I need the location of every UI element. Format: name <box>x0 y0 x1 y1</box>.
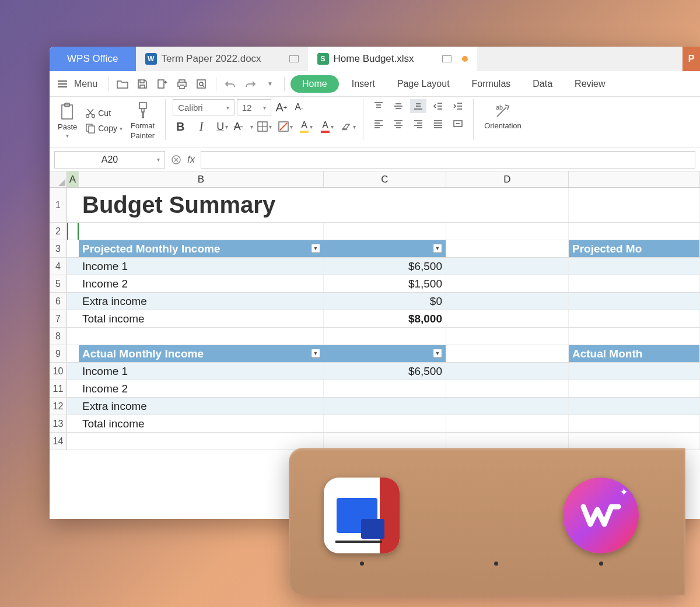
cell[interactable]: Total income <box>79 310 324 327</box>
cell[interactable] <box>569 433 700 450</box>
cell[interactable]: $6,500 <box>324 258 446 275</box>
row-header[interactable]: 12 <box>50 398 67 415</box>
save-icon[interactable] <box>134 76 150 92</box>
row-header[interactable]: 10 <box>50 363 67 380</box>
cell[interactable]: Extra income <box>79 293 324 310</box>
cell[interactable] <box>67 275 79 292</box>
cell-section-header[interactable]: Actual Monthly Income ▼ <box>79 345 324 362</box>
align-right-icon[interactable] <box>410 117 426 131</box>
cell[interactable] <box>446 293 569 310</box>
dock-item-parallels[interactable] <box>324 478 400 566</box>
cell[interactable] <box>446 328 569 345</box>
cell[interactable] <box>569 363 700 380</box>
cell[interactable] <box>569 293 700 310</box>
col-header-a[interactable]: A <box>67 171 79 187</box>
format-painter-button[interactable]: Format Painter <box>127 99 158 142</box>
row-header[interactable]: 7 <box>50 310 67 327</box>
cell[interactable] <box>67 240 79 257</box>
row-header[interactable]: 8 <box>50 328 67 345</box>
cell[interactable]: $8,000 <box>324 310 446 327</box>
increase-indent-icon[interactable] <box>450 99 466 113</box>
dock-item-wps[interactable]: ✦ <box>563 478 639 566</box>
menu-label[interactable]: Menu <box>74 79 97 89</box>
tab-wps-office[interactable]: WPS Office <box>50 47 136 71</box>
cell[interactable] <box>569 258 700 275</box>
cell[interactable]: Income 2 <box>79 380 324 397</box>
cell[interactable] <box>67 415 79 432</box>
cell[interactable] <box>324 415 446 432</box>
tab-presentation[interactable]: P <box>682 47 700 71</box>
filter-icon[interactable]: ▼ <box>433 349 442 358</box>
col-header-b[interactable]: B <box>79 171 324 187</box>
font-size-select[interactable]: 12▾ <box>237 99 272 115</box>
ribbon-tab-page-layout[interactable]: Page Layout <box>388 75 459 93</box>
row-header[interactable]: 9 <box>50 345 67 362</box>
dock-item-windows[interactable] <box>458 478 534 566</box>
cell[interactable] <box>446 398 569 415</box>
filter-icon[interactable]: ▼ <box>311 349 320 358</box>
cell[interactable]: $1,500 <box>324 275 446 292</box>
select-all-corner[interactable] <box>50 171 67 187</box>
cell[interactable]: Income 2 <box>79 275 324 292</box>
tab-home-budget[interactable]: S Home Budget.xlsx <box>308 47 477 71</box>
ribbon-tab-home[interactable]: Home <box>290 75 339 93</box>
cell[interactable] <box>446 188 569 222</box>
cell[interactable] <box>569 415 700 432</box>
tab-window-icon[interactable] <box>442 55 452 62</box>
decrease-indent-icon[interactable] <box>430 99 446 113</box>
row-header[interactable]: 3 <box>50 240 67 257</box>
filter-icon[interactable]: ▼ <box>311 244 320 253</box>
filter-icon[interactable]: ▼ <box>433 244 442 253</box>
cell[interactable]: $0 <box>324 293 446 310</box>
align-top-icon[interactable] <box>370 99 387 113</box>
cell[interactable] <box>324 188 446 222</box>
paste-button[interactable]: Paste▾ <box>54 100 80 141</box>
cell[interactable] <box>569 223 700 240</box>
row-header[interactable]: 6 <box>50 293 67 310</box>
cell[interactable] <box>67 433 79 450</box>
col-header-e[interactable] <box>569 171 700 187</box>
cell-section-header[interactable]: Projected Monthly Income ▼ <box>79 240 324 257</box>
cell[interactable] <box>569 275 700 292</box>
cell[interactable] <box>446 310 569 327</box>
cell[interactable] <box>67 188 79 222</box>
row-header[interactable]: 11 <box>50 380 67 397</box>
cell[interactable] <box>79 328 324 345</box>
merge-icon[interactable] <box>450 117 466 131</box>
cell[interactable] <box>67 293 79 310</box>
cell[interactable] <box>324 433 446 450</box>
cell[interactable] <box>569 188 700 222</box>
row-header[interactable]: 1 <box>50 188 67 222</box>
font-color-button[interactable]: A▾ <box>320 119 335 134</box>
cell[interactable] <box>446 415 569 432</box>
fx-icon[interactable]: fx <box>187 154 195 166</box>
row-header[interactable]: 4 <box>50 258 67 275</box>
row-header[interactable]: 13 <box>50 415 67 432</box>
cancel-formula-icon[interactable] <box>171 155 181 165</box>
cell[interactable] <box>79 223 324 240</box>
eraser-icon[interactable]: ▾ <box>341 119 356 134</box>
cell[interactable]: Total income <box>79 415 324 432</box>
increase-font-icon[interactable]: A+ <box>274 100 289 115</box>
highlight-button[interactable]: A▾ <box>299 119 314 134</box>
preview-icon[interactable] <box>194 76 210 92</box>
cell[interactable] <box>446 363 569 380</box>
cell-style-button[interactable]: ▾ <box>278 119 293 134</box>
tab-term-paper[interactable]: W Term Paper 2022.docx <box>136 47 308 71</box>
cut-button[interactable]: Cut <box>83 107 125 120</box>
cell[interactable] <box>446 240 569 257</box>
row-header[interactable]: 5 <box>50 275 67 292</box>
copy-button[interactable]: Copy▾ <box>83 122 125 135</box>
justify-icon[interactable] <box>430 117 446 131</box>
cell[interactable] <box>324 328 446 345</box>
cell[interactable]: Income 1 <box>79 258 324 275</box>
formula-input[interactable] <box>201 151 695 169</box>
cell[interactable] <box>446 380 569 397</box>
cell[interactable] <box>569 310 700 327</box>
dropdown-icon[interactable]: ▼ <box>262 76 278 92</box>
font-name-select[interactable]: Calibri▾ <box>173 99 235 115</box>
cell[interactable]: Budget Summary <box>79 188 324 222</box>
align-middle-icon[interactable] <box>390 99 407 113</box>
tab-window-icon[interactable] <box>289 55 299 62</box>
hamburger-menu-icon[interactable] <box>54 77 71 91</box>
